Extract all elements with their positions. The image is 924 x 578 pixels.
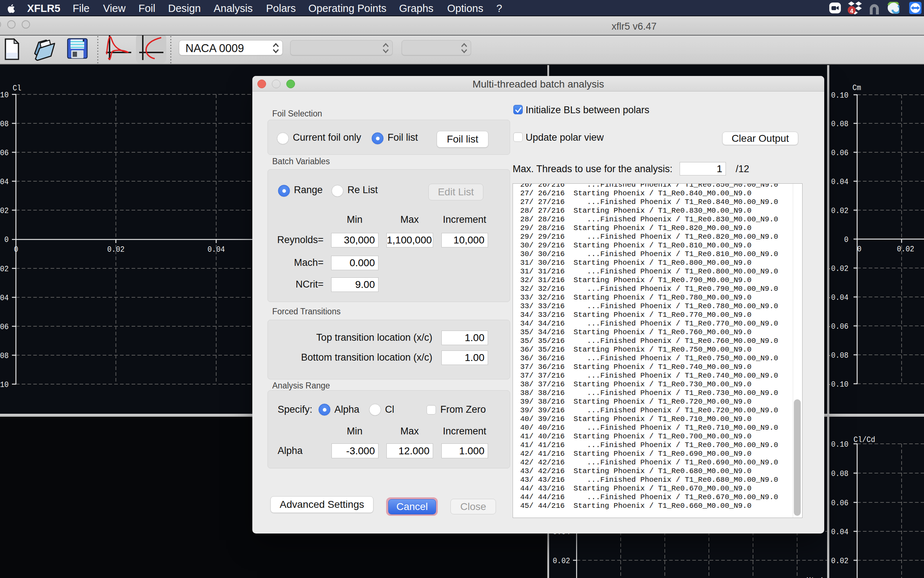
svg-text:-0.02: -0.02 — [827, 264, 848, 273]
svg-text:0.04: 0.04 — [831, 177, 848, 187]
svg-text:-0.04: -0.04 — [827, 293, 848, 302]
svg-text:0.10: 0.10 — [0, 91, 9, 100]
svg-text:0.02: 0.02 — [0, 206, 9, 216]
svg-text:Cl: Cl — [13, 84, 21, 93]
svg-text:Cl/Cd: Cl/Cd — [853, 435, 875, 445]
svg-text:0: 0 — [857, 245, 861, 254]
svg-text:0.02: 0.02 — [553, 556, 570, 566]
svg-text:-0.08: -0.08 — [0, 351, 9, 360]
svg-text:-0.10: -0.10 — [0, 380, 9, 390]
svg-text:0.06: 0.06 — [0, 148, 9, 158]
svg-text:0: 0 — [844, 235, 848, 245]
svg-text:0.10: 0.10 — [831, 440, 848, 449]
svg-text:0.06: 0.06 — [831, 148, 848, 158]
svg-text:0.06: 0.06 — [831, 498, 848, 508]
svg-text:0.02: 0.02 — [107, 245, 125, 254]
svg-text:Cm: Cm — [853, 83, 861, 93]
svg-text:0.08: 0.08 — [0, 119, 9, 129]
svg-text:Xtr1: Xtr1 — [806, 576, 824, 578]
svg-text:0.04: 0.04 — [0, 177, 9, 187]
svg-text:0.08: 0.08 — [831, 119, 848, 129]
svg-text:0.02: 0.02 — [831, 206, 848, 216]
svg-text:0.04: 0.04 — [831, 528, 848, 537]
svg-text:-0.10: -0.10 — [827, 380, 848, 389]
svg-text:-0.08: -0.08 — [827, 351, 848, 360]
svg-text:0.08: 0.08 — [831, 469, 848, 479]
svg-text:-0.06: -0.06 — [827, 322, 848, 331]
svg-text:0.02: 0.02 — [897, 245, 914, 254]
svg-text:-0.06: -0.06 — [0, 322, 9, 332]
svg-text:0: 0 — [4, 235, 9, 245]
svg-text:-0.04: -0.04 — [0, 293, 9, 303]
svg-text:0.02: 0.02 — [831, 556, 848, 566]
svg-text:0.10: 0.10 — [831, 91, 848, 100]
svg-text:0.04: 0.04 — [207, 245, 225, 254]
svg-text:-0.02: -0.02 — [0, 265, 9, 274]
